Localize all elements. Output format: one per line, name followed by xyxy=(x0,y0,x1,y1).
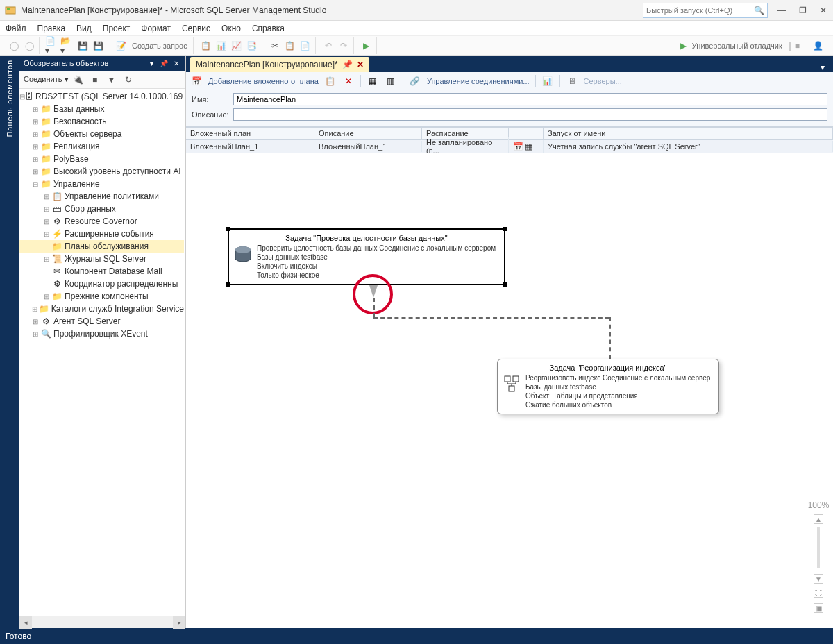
grid-icon[interactable]: ▦ xyxy=(367,75,379,87)
cell-schedule-btns[interactable]: 📅▦ xyxy=(509,140,544,153)
menu-service[interactable]: Сервис xyxy=(182,24,210,33)
tree-data-collection[interactable]: ⊞🗃Сбор данных xyxy=(19,203,184,215)
remove-schedule-icon[interactable]: ▦ xyxy=(525,142,532,151)
paste-icon[interactable]: 📄 xyxy=(298,39,312,53)
tree-replication[interactable]: ⊞📁Репликация xyxy=(19,140,184,153)
filter-icon[interactable]: ▼ xyxy=(105,73,119,87)
report-icon[interactable]: 📊 xyxy=(541,75,554,87)
svg-rect-6 xyxy=(509,386,514,391)
tree-sql-logs[interactable]: ⊞📜Журналы SQL Server xyxy=(19,253,184,265)
save-icon[interactable]: 💾 xyxy=(76,39,90,53)
quick-launch-box[interactable]: 🔍 xyxy=(643,3,768,18)
panel-close-icon[interactable]: ✕ xyxy=(171,58,181,68)
zoom-down-icon[interactable]: ▼ xyxy=(814,574,823,584)
subplan-row[interactable]: ВложенныйПлан_1 ВложенныйПлан_1 Не запла… xyxy=(186,140,833,153)
menu-help[interactable]: Справка xyxy=(252,24,285,33)
activity-icon[interactable]: 👤 xyxy=(811,39,825,53)
tree-polybase[interactable]: ⊞📁PolyBase xyxy=(19,153,184,165)
tree-extended-events[interactable]: ⊞⚡Расширенные события xyxy=(19,228,184,240)
tree-maintenance-plans[interactable]: 📁Планы обслуживания xyxy=(19,240,184,253)
task-reorganize-index[interactable]: Задача "Реорганизация индекса" Реорганиз… xyxy=(497,359,719,414)
restore-button[interactable]: ❐ xyxy=(797,5,808,16)
scroll-right-icon[interactable]: ▸ xyxy=(173,616,185,629)
tree-integration[interactable]: ⊞📁Каталоги служб Integration Service xyxy=(19,303,184,315)
delete-subplan-icon[interactable]: ✕ xyxy=(342,75,355,87)
connections-icon[interactable]: 🔗 xyxy=(409,75,421,87)
zoom-fit-icon[interactable]: ⛶ xyxy=(814,588,823,598)
minimize-button[interactable]: — xyxy=(776,5,787,16)
pin-icon[interactable]: 📌 xyxy=(342,60,353,69)
vertical-tab-toolbox[interactable]: Панель элементов xyxy=(0,56,19,628)
tree-dist-coord[interactable]: ⚙Координатор распределенны xyxy=(19,278,184,290)
close-button[interactable]: ✕ xyxy=(818,5,829,16)
tree-server-objects[interactable]: ⊞📁Объекты сервера xyxy=(19,128,184,140)
connect-button[interactable]: Соединить ▾ xyxy=(24,75,69,84)
tree-hscroll[interactable]: ◂ ▸ xyxy=(19,616,185,628)
copy-icon[interactable]: 📋 xyxy=(283,39,297,53)
new-query-label[interactable]: Создать запрос xyxy=(129,42,190,50)
query-type-icon4[interactable]: 📑 xyxy=(245,39,259,53)
cell-desc[interactable]: ВложенныйПлан_1 xyxy=(314,141,422,152)
tree-policies[interactable]: ⊞📋Управление политиками xyxy=(19,190,184,203)
tree-resource-governor[interactable]: ⊞⚙Resource Governor xyxy=(19,215,184,228)
cell-subplan[interactable]: ВложенныйПлан_1 xyxy=(186,141,314,152)
menu-format[interactable]: Формат xyxy=(141,24,171,33)
object-tree[interactable]: ⊟🗄RDS2TEST (SQL Server 14.0.1000.169 - A… xyxy=(19,89,185,616)
refresh-icon[interactable]: ↻ xyxy=(121,73,135,87)
tree-databases[interactable]: ⊞📁Базы данных xyxy=(19,103,184,115)
tab-dropdown-icon[interactable]: ▾ xyxy=(821,62,825,72)
col-runas[interactable]: Запуск от имени xyxy=(544,128,833,139)
menu-file[interactable]: Файл xyxy=(6,24,26,33)
col-desc[interactable]: Описание xyxy=(314,128,422,139)
scroll-left-icon[interactable]: ◂ xyxy=(19,616,32,629)
open-icon[interactable]: 📂▾ xyxy=(60,39,74,53)
save-all-icon[interactable]: 💾 xyxy=(91,39,105,53)
zoom-slider[interactable] xyxy=(817,527,820,568)
tree-db-mail[interactable]: ✉Компонент Database Mail xyxy=(19,265,184,278)
query-type-icon3[interactable]: 📈 xyxy=(230,39,244,53)
task2-l2: Базы данных testbase xyxy=(525,382,712,391)
debugger-icon[interactable]: ▶ xyxy=(680,41,687,51)
tab-close-icon[interactable]: ✕ xyxy=(357,60,364,69)
tree-security[interactable]: ⊞📁Безопасность xyxy=(19,115,184,128)
menu-project[interactable]: Проект xyxy=(103,24,131,33)
disconnect-icon[interactable]: 🔌 xyxy=(71,73,85,87)
new-file-icon[interactable]: 📄▾ xyxy=(45,39,59,53)
debugger-label[interactable]: Универсальный отладчик xyxy=(689,42,785,50)
stop-icon[interactable]: ■ xyxy=(88,73,102,87)
tree-management[interactable]: ⊟📁Управление xyxy=(19,178,184,190)
tree-agent[interactable]: ⊞⚙Агент SQL Server xyxy=(19,315,184,328)
add-subplan-icon[interactable]: 📅 xyxy=(190,75,203,87)
col-subplan[interactable]: Вложенный план xyxy=(186,128,314,139)
cell-runas[interactable]: Учетная запись службы "агент SQL Server" xyxy=(544,141,833,152)
add-subplan-label[interactable]: Добавление вложенного плана xyxy=(208,77,319,85)
play-icon[interactable]: ▶ xyxy=(360,39,373,53)
query-type-icon2[interactable]: 📊 xyxy=(214,39,228,53)
menu-window[interactable]: Окно xyxy=(221,24,241,33)
plan-desc-input[interactable] xyxy=(233,108,827,121)
menu-edit[interactable]: Правка xyxy=(37,24,66,33)
search-icon[interactable]: 🔍 xyxy=(754,6,764,15)
tree-xevent-profiler[interactable]: ⊞🔍Профилировщик XEvent xyxy=(19,328,184,340)
grid2-icon[interactable]: ▥ xyxy=(385,75,397,87)
panel-pin-icon[interactable]: 📌 xyxy=(159,58,169,68)
query-type-icon[interactable]: 📋 xyxy=(199,39,213,53)
tree-legacy[interactable]: ⊞📁Прежние компоненты xyxy=(19,290,184,303)
calendar-icon[interactable]: 📅 xyxy=(513,142,523,151)
plan-name-input[interactable] xyxy=(233,93,827,105)
tree-server[interactable]: ⊟🗄RDS2TEST (SQL Server 14.0.1000.169 - A xyxy=(19,90,184,103)
manage-connections-label[interactable]: Управление соединениями... xyxy=(427,77,530,85)
designer-canvas[interactable]: Задача "Проверка целостности базы данных… xyxy=(186,153,833,628)
cut-icon[interactable]: ✂ xyxy=(268,39,282,53)
svg-point-3 xyxy=(235,246,251,253)
subplan-props-icon[interactable]: 📋 xyxy=(324,75,337,87)
quick-launch-input[interactable] xyxy=(646,6,754,15)
panel-dropdown-icon[interactable]: ▾ xyxy=(146,58,156,68)
zoom-region-icon[interactable]: ▣ xyxy=(814,603,823,613)
menu-view[interactable]: Вид xyxy=(76,24,92,33)
new-query-icon[interactable]: 📝 xyxy=(114,39,128,53)
document-tab[interactable]: MaintenancePlan [Конструирование]* 📌 ✕ xyxy=(190,57,369,72)
tree-high-availability[interactable]: ⊞📁Высокий уровень доступности Al xyxy=(19,165,184,178)
zoom-up-icon[interactable]: ▲ xyxy=(814,514,823,524)
servers-icon[interactable]: 🖥 xyxy=(566,75,578,87)
